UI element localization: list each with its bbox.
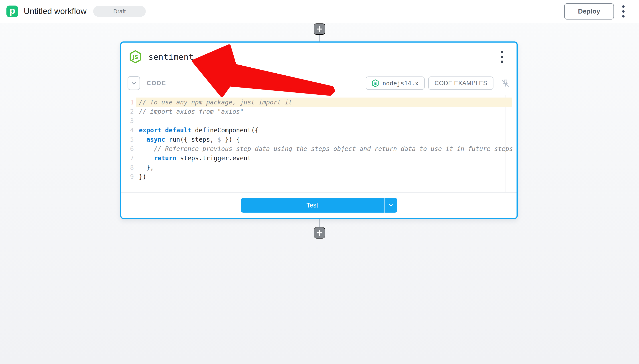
code-line[interactable]: 8 }, [121,163,516,172]
deploy-button[interactable]: Deploy [564,3,614,20]
code-line[interactable]: 3 [121,116,516,126]
code-text: // To use any npm package, just import i… [134,99,292,106]
code-line[interactable]: 2// import axios from "axios" [121,107,516,116]
step-card-sentiment: JS sentiment CODE JS nodejs14.x CODE EXA… [120,42,518,219]
workflow-menu-button[interactable] [620,3,627,20]
test-split-button: Test [241,198,397,212]
code-text: // import axios from "axios" [134,108,244,115]
collapse-section-button[interactable] [128,76,140,90]
line-number: 1 [121,99,134,106]
code-text: // Reference previous step data using th… [134,145,513,152]
code-lines: 1// To use any npm package, just import … [121,98,516,181]
code-text: return steps.trigger.event [134,154,251,162]
code-text: }, [134,164,154,171]
chevron-down-icon [388,202,394,208]
nodejs-icon: JS [129,50,141,64]
unpin-button[interactable] [499,77,511,89]
code-editor[interactable]: 1// To use any npm package, just import … [121,95,516,192]
add-step-above-button[interactable] [314,23,325,35]
line-number: 3 [121,117,134,124]
nodejs-icon: JS [372,79,379,87]
svg-text:JS: JS [132,54,138,60]
kebab-dot [622,10,624,13]
line-number: 5 [121,136,134,143]
line-number: 2 [121,108,134,115]
code-text: export default defineComponent({ [134,126,258,134]
status-badge: Draft [93,6,146,17]
plus-icon [316,26,323,32]
test-button[interactable]: Test [241,198,384,212]
step-card-header: JS sentiment [121,42,516,72]
code-line[interactable]: 9}) [121,172,516,181]
code-line[interactable]: 7 return steps.trigger.event [121,154,516,163]
app-header: p Untitled workflow Draft Deploy [0,0,639,23]
code-line[interactable]: 4export default defineComponent({ [121,126,516,135]
kebab-dot [622,5,624,8]
step-menu-button[interactable] [499,48,505,65]
test-options-button[interactable] [385,198,397,212]
connector-line-bottom [319,218,320,228]
line-number: 4 [121,126,134,134]
svg-text:JS: JS [373,82,377,85]
pin-slash-icon [500,78,510,88]
chevron-down-icon [130,80,137,86]
kebab-dot [501,51,503,53]
line-number: 8 [121,164,134,171]
runtime-label: nodejs14.x [383,80,419,87]
pipedream-logo[interactable]: p [7,6,18,17]
step-card-footer: Test [121,192,516,218]
kebab-dot [501,60,503,63]
code-line[interactable]: 6 // Reference previous step data using … [121,144,516,154]
line-number: 6 [121,145,134,152]
code-section-label: CODE [147,80,166,87]
code-line[interactable]: 1// To use any npm package, just import … [121,98,516,107]
code-line[interactable]: 5 async run({ steps, $ }) { [121,135,516,144]
kebab-dot [622,15,624,18]
add-step-below-button[interactable] [314,227,325,238]
workflow-title[interactable]: Untitled workflow [24,7,87,16]
step-name[interactable]: sentiment [148,52,194,62]
kebab-dot [501,56,503,58]
code-text: async run({ steps, $ }) { [134,136,240,143]
line-number: 7 [121,154,134,162]
code-examples-button[interactable]: CODE EXAMPLES [428,76,493,90]
runtime-selector[interactable]: JS nodejs14.x [366,76,425,90]
code-text: }) [134,173,146,180]
logo-letter: p [10,6,15,15]
line-number: 9 [121,173,134,180]
plus-icon [316,230,323,236]
connector-line-top [319,35,320,42]
code-toolbar: CODE JS nodejs14.x CODE EXAMPLES [121,72,516,95]
